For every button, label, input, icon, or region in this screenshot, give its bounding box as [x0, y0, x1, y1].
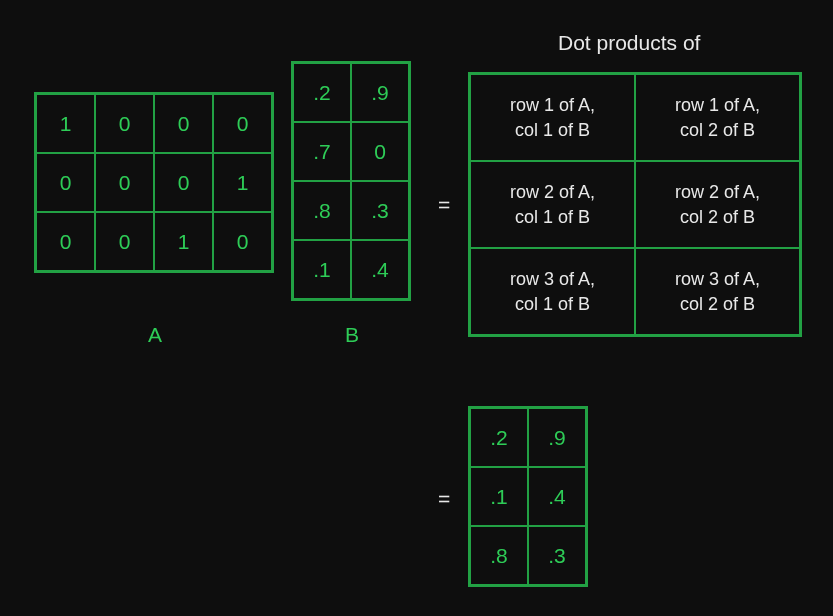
matrix-a-cell: 0: [95, 212, 154, 271]
equals-sign-2: =: [438, 487, 450, 511]
result-desc-cell: row 3 of A,col 1 of B: [470, 248, 635, 335]
matrix-a-cell: 0: [154, 153, 213, 212]
result-final-cell: .4: [528, 467, 586, 526]
matrix-a-cell: 0: [154, 94, 213, 153]
result-final-cell: .2: [470, 408, 528, 467]
result-final-cell: .1: [470, 467, 528, 526]
matrix-b-cell: 0: [351, 122, 409, 181]
matrix-a-cell: 0: [36, 153, 95, 212]
matrix-a-cell: 0: [95, 94, 154, 153]
matrix-a-cell: 0: [36, 212, 95, 271]
dot-products-title: Dot products of: [558, 31, 700, 55]
result-final-cell: .3: [528, 526, 586, 585]
matrix-b-cell: .4: [351, 240, 409, 299]
matrix-a-cell: 1: [213, 153, 272, 212]
matrix-b-cell: .2: [293, 63, 351, 122]
matrix-a-cell: 0: [213, 94, 272, 153]
matrix-b-cell: .1: [293, 240, 351, 299]
matrix-a-cell: 0: [95, 153, 154, 212]
matrix-b: .2.9.70.8.3.1.4: [291, 61, 411, 301]
matrix-a-cell: 1: [154, 212, 213, 271]
matrix-result-description: row 1 of A,col 1 of Brow 1 of A,col 2 of…: [468, 72, 802, 337]
result-final-cell: .8: [470, 526, 528, 585]
result-desc-cell: row 2 of A,col 1 of B: [470, 161, 635, 248]
result-final-cell: .9: [528, 408, 586, 467]
matrix-b-cell: .9: [351, 63, 409, 122]
matrix-a-cell: 1: [36, 94, 95, 153]
label-b: B: [345, 323, 359, 347]
matrix-b-cell: .7: [293, 122, 351, 181]
matrix-result-final: .2.9.1.4.8.3: [468, 406, 588, 587]
equals-sign-1: =: [438, 193, 450, 217]
result-desc-cell: row 3 of A,col 2 of B: [635, 248, 800, 335]
matrix-b-cell: .3: [351, 181, 409, 240]
matrix-a: 100000010010: [34, 92, 274, 273]
result-desc-cell: row 1 of A,col 1 of B: [470, 74, 635, 161]
matrix-a-cell: 0: [213, 212, 272, 271]
label-a: A: [148, 323, 162, 347]
matrix-b-cell: .8: [293, 181, 351, 240]
result-desc-cell: row 1 of A,col 2 of B: [635, 74, 800, 161]
result-desc-cell: row 2 of A,col 2 of B: [635, 161, 800, 248]
